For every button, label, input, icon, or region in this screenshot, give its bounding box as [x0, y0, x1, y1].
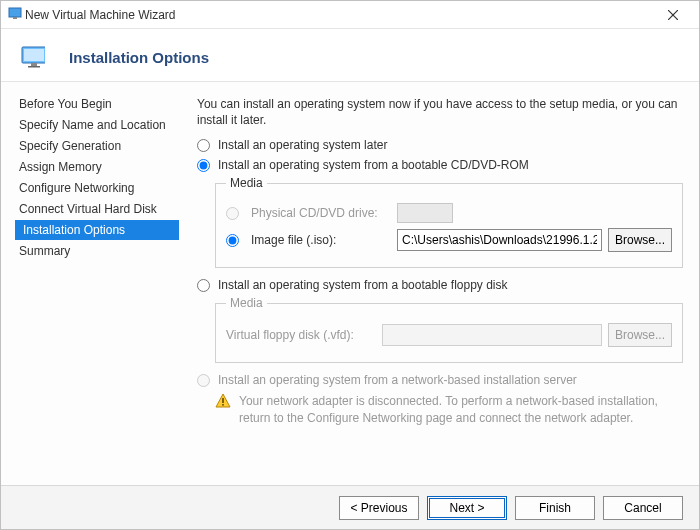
network-warning: Your network adapter is disconnected. To… — [215, 393, 683, 425]
monitor-icon — [21, 47, 45, 67]
step-assign-memory[interactable]: Assign Memory — [15, 157, 179, 177]
image-file-path-input[interactable] — [397, 229, 602, 251]
wizard-window: New Virtual Machine Wizard Installation … — [0, 0, 700, 530]
radio-image-file[interactable] — [226, 234, 239, 247]
svg-rect-5 — [24, 49, 44, 61]
page-title: Installation Options — [69, 49, 209, 66]
floppy-path-input — [382, 324, 602, 346]
physical-drive-label: Physical CD/DVD drive: — [251, 206, 391, 220]
wizard-body: Before You Begin Specify Name and Locati… — [1, 81, 699, 485]
network-warning-text: Your network adapter is disconnected. To… — [239, 393, 683, 425]
step-connect-virtual-hard-disk[interactable]: Connect Virtual Hard Disk — [15, 199, 179, 219]
radio-install-later[interactable] — [197, 139, 210, 152]
svg-rect-6 — [31, 63, 37, 66]
close-button[interactable] — [653, 5, 693, 25]
radio-install-cd-dvd[interactable] — [197, 159, 210, 172]
browse-iso-button[interactable]: Browse... — [608, 228, 672, 252]
warning-icon — [215, 393, 231, 409]
previous-button[interactable]: < Previous — [339, 496, 419, 520]
svg-rect-10 — [222, 404, 224, 406]
wizard-main: You can install an operating system now … — [187, 82, 699, 485]
step-installation-options[interactable]: Installation Options — [15, 220, 179, 240]
media-cd-dvd-group: Media Physical CD/DVD drive: Image file … — [215, 176, 683, 268]
option-install-cd-dvd[interactable]: Install an operating system from a boota… — [197, 158, 683, 172]
floppy-label: Virtual floppy disk (.vfd): — [226, 328, 376, 342]
image-file-label: Image file (.iso): — [251, 233, 391, 247]
step-specify-name-location[interactable]: Specify Name and Location — [15, 115, 179, 135]
step-summary[interactable]: Summary — [15, 241, 179, 261]
app-icon — [7, 5, 23, 24]
radio-install-network — [197, 374, 210, 387]
option-install-network-label: Install an operating system from a netwo… — [218, 373, 577, 387]
option-install-floppy[interactable]: Install an operating system from a boota… — [197, 278, 683, 292]
close-icon — [668, 10, 678, 20]
option-install-later-label: Install an operating system later — [218, 138, 387, 152]
wizard-header: Installation Options — [1, 29, 699, 81]
wizard-steps-sidebar: Before You Begin Specify Name and Locati… — [1, 82, 187, 485]
svg-rect-9 — [222, 398, 224, 403]
option-install-later[interactable]: Install an operating system later — [197, 138, 683, 152]
step-before-you-begin[interactable]: Before You Begin — [15, 94, 179, 114]
option-install-network: Install an operating system from a netwo… — [197, 373, 683, 387]
radio-install-floppy[interactable] — [197, 279, 210, 292]
titlebar: New Virtual Machine Wizard — [1, 1, 699, 29]
step-configure-networking[interactable]: Configure Networking — [15, 178, 179, 198]
radio-physical-drive — [226, 207, 239, 220]
svg-rect-0 — [9, 8, 21, 17]
media-floppy-group: Media Virtual floppy disk (.vfd): Browse… — [215, 296, 683, 363]
option-install-floppy-label: Install an operating system from a boota… — [218, 278, 508, 292]
option-install-cd-dvd-label: Install an operating system from a boota… — [218, 158, 529, 172]
cancel-button[interactable]: Cancel — [603, 496, 683, 520]
finish-button[interactable]: Finish — [515, 496, 595, 520]
window-title: New Virtual Machine Wizard — [23, 8, 653, 22]
intro-text: You can install an operating system now … — [197, 96, 683, 128]
wizard-footer: < Previous Next > Finish Cancel — [1, 485, 699, 529]
media-floppy-legend: Media — [226, 296, 267, 310]
step-specify-generation[interactable]: Specify Generation — [15, 136, 179, 156]
browse-floppy-button: Browse... — [608, 323, 672, 347]
svg-rect-7 — [28, 66, 40, 68]
svg-rect-1 — [13, 17, 17, 19]
media-legend: Media — [226, 176, 267, 190]
next-button[interactable]: Next > — [427, 496, 507, 520]
physical-drive-combo — [397, 203, 453, 223]
